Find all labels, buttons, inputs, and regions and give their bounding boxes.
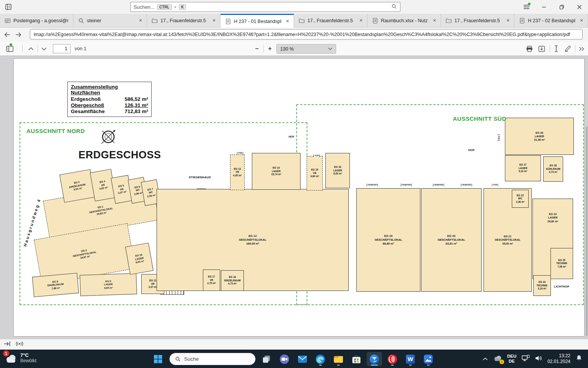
area-summary-table: Zusammenstellung Nutzflächen Erdgeschoß5… (67, 82, 152, 117)
close-tab-icon[interactable]: × (137, 18, 144, 24)
chat-icon[interactable] (277, 352, 292, 366)
volume-icon[interactable] (535, 355, 542, 363)
tray-chevron-up-icon[interactable] (482, 355, 488, 362)
running-indicator (319, 365, 322, 366)
print-button[interactable] (524, 44, 534, 53)
tab-5-17-frauenfelderstr-5[interactable]: 17., Frauenfelderstr.5× (294, 14, 368, 28)
wall-label-fenster: FENSTER (433, 184, 444, 186)
onedrive-warning-badge: ! (500, 360, 504, 364)
plan-text-stiegenhaus: STIEGENHAUS (189, 176, 211, 179)
page-number-input[interactable] (53, 44, 70, 53)
weather-widget[interactable]: 1 7°C Bewölkt (4, 351, 36, 365)
close-tab-icon[interactable]: × (211, 18, 217, 24)
previous-page-button[interactable] (26, 44, 36, 53)
close-tab-icon[interactable]: × (284, 18, 291, 25)
word-icon[interactable]: W (403, 352, 418, 366)
global-search-input[interactable]: Suchen... CTRL + K (130, 2, 400, 12)
titlebar: Suchen... CTRL + K (0, 0, 588, 14)
mail-icon[interactable] (295, 352, 310, 366)
room-eg22: EG 22WC2,36 m² (512, 190, 529, 208)
vertical-scrollbar[interactable] (586, 127, 588, 336)
store-icon[interactable] (349, 352, 364, 366)
zoom-in-button[interactable]: + (265, 44, 275, 53)
network-icon[interactable] (521, 355, 530, 363)
broadcast-icon[interactable] (15, 341, 24, 348)
tab-label: H 237 - 02 Bestandspl (528, 18, 576, 23)
minimize-button[interactable] (535, 0, 553, 14)
room-eg24: EG 24TECHNIK3,16 m² (533, 275, 551, 296)
document-icon (225, 18, 231, 25)
room-eg18: EG 18EINZELRAUM4,73 m² (221, 270, 244, 291)
close-window-button[interactable] (570, 0, 588, 14)
close-tab-icon[interactable]: × (505, 18, 511, 24)
tab-8-h-237-02-bestandspl[interactable]: H 237 - 02 Bestandspl× (514, 14, 588, 28)
search-placeholder: Suchen... (134, 4, 155, 10)
pdf-page: Zusammenstellung Nutzflächen Erdgeschoß5… (13, 58, 585, 337)
more-tools-button[interactable] (577, 44, 586, 53)
tab-7-17-frauenfelderstr-5[interactable]: 17., Frauenfelderstr.5× (441, 14, 514, 28)
page-count-label: von 1 (75, 46, 87, 51)
folder-icon (299, 18, 305, 24)
next-page-button[interactable] (39, 44, 49, 53)
thunderbird-icon[interactable] (367, 352, 382, 366)
navigation-bar: imap://a%2Egoessl%40remax-vital%2Eat@ima… (0, 28, 588, 41)
wall-label-tür: TÜR (497, 135, 500, 141)
folder-icon (446, 18, 452, 24)
status-bar (0, 339, 588, 350)
taskbar-search-label: Suche (184, 356, 199, 362)
restore-button[interactable] (553, 0, 570, 14)
close-tab-icon[interactable]: × (431, 18, 438, 24)
room-eg9: EG 9LAGER9,84 m² (80, 273, 137, 296)
tab-bar: Posteingang - a.goessl@rsteiner×17., Fra… (0, 14, 588, 28)
zoom-value: 130 % (280, 46, 294, 52)
save-button[interactable] (537, 44, 547, 53)
notification-bell-icon[interactable] (575, 354, 583, 363)
tab-label: 17., Frauenfelderstr.5 (307, 18, 355, 23)
menu-notification-dot (528, 3, 531, 5)
tab-2-steiner[interactable]: steiner× (74, 14, 147, 28)
start-button[interactable] (150, 352, 165, 366)
weather-badge: 1 (3, 350, 9, 356)
zoom-out-button[interactable]: − (252, 44, 262, 53)
app-menu-button[interactable] (518, 0, 535, 14)
room-eg8: EG 8EINZELRAUM7,88 m² (32, 273, 79, 297)
plan-text-ausschnitt-nord: AUSSCHNITT NORD (26, 128, 85, 134)
goto-latest-icon[interactable] (4, 341, 11, 348)
language-indicator[interactable]: DEUDE (507, 354, 516, 364)
tab-3-17-frauenfelderstr-5[interactable]: 17., Frauenfelderstr.5× (147, 14, 220, 28)
wall-label-fenster: FENSTER (367, 184, 378, 186)
forward-button[interactable] (14, 31, 22, 38)
draw-tool-button[interactable] (563, 44, 573, 53)
k-key-badge: K (179, 4, 186, 10)
spaces-toolbar-icon[interactable] (4, 3, 13, 11)
edge-icon[interactable] (313, 352, 328, 366)
task-view-icon[interactable] (259, 352, 274, 366)
text-select-tool-button[interactable] (551, 44, 561, 53)
wall-label-fenster: FENSTER (461, 184, 472, 186)
running-indicator (409, 365, 412, 366)
windows-taskbar: 1 7°C Bewölkt Suche W ! DEUDE (0, 350, 588, 368)
pdf-sidebar-toggle[interactable] (5, 44, 15, 53)
close-tab-icon[interactable]: × (358, 18, 364, 24)
onedrive-icon[interactable]: ! (493, 355, 502, 363)
tab-label: 17., Frauenfelderstr.5 (160, 18, 208, 23)
mail-icon (5, 18, 11, 24)
file-explorer-icon[interactable] (331, 352, 346, 366)
tab-label: Posteingang - a.goessl@r (13, 18, 70, 23)
taskbar-clock[interactable]: 13:2202.01.2024 (547, 353, 570, 365)
url-bar[interactable]: imap://a%2Egoessl%40remax-vital%2Eat@ima… (30, 29, 583, 39)
zoom-select[interactable]: 130 % (276, 44, 336, 54)
back-button[interactable] (3, 31, 11, 38)
tab-1-posteingang-a-goessl[interactable]: Posteingang - a.goessl@r (0, 14, 74, 28)
photos-icon[interactable] (421, 352, 436, 366)
opera-icon[interactable] (385, 352, 400, 366)
wall-label-tür: TÜR (237, 152, 243, 154)
room-eg15: EG 15VR4,84 m² (307, 156, 323, 191)
room-eg25: EG 25TECHNIK7,08 m² (550, 248, 573, 279)
taskbar-search[interactable]: Suche (169, 353, 256, 365)
chevron-down-icon (328, 48, 332, 50)
close-tab-icon[interactable]: × (578, 18, 585, 24)
plan-text-erdgeschoss: ERDGESCHOSS (78, 149, 161, 161)
tab-4-h-237-01-bestandspl[interactable]: H 237 - 01 Bestandspl× (220, 14, 294, 28)
tab-6-raumbuch-xlsx-nutz[interactable]: Raumbuch.xlsx - Nutz× (368, 14, 441, 28)
